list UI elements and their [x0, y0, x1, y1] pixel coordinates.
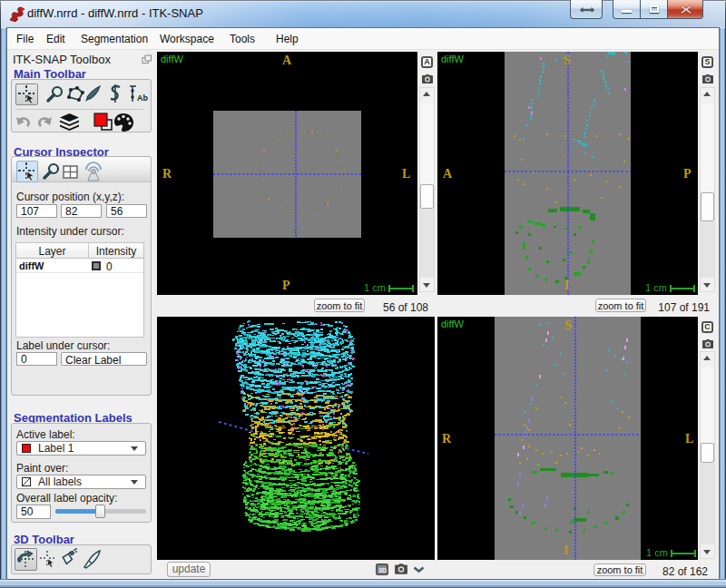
svg-text:Ab: Ab — [137, 93, 148, 103]
svg-text:3D: 3D — [378, 567, 387, 573]
